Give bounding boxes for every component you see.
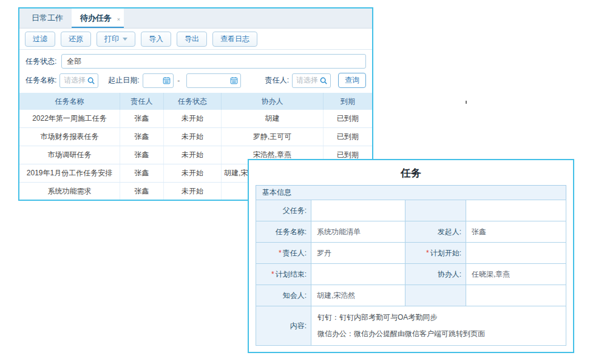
helpers-label: 协办人: (405, 264, 466, 285)
search-icon[interactable] (319, 76, 328, 85)
empty-label-cell (405, 285, 466, 306)
task-detail-form: 父任务: 任务名称: 系统功能清单 发起人: 张鑫 *责任人: 罗丹 *计划开始… (256, 200, 566, 346)
parent-task-label: 父任务: (256, 200, 311, 221)
owner-placeholder: 请选择 (296, 75, 319, 86)
tab-bar: 日常工作 待办任务 × (19, 8, 372, 29)
owner-link[interactable]: 张鑫 (120, 164, 164, 182)
owner-input[interactable]: 请选择 (292, 73, 331, 88)
toolbar: 过滤 还原 打印 导入 导出 查看日志 (19, 29, 372, 50)
status-cell: 未开始 (164, 146, 222, 164)
basic-info-section-header: 基本信息 (256, 185, 566, 200)
owner-link[interactable]: 张鑫 (120, 128, 164, 146)
empty-value-cell (466, 285, 566, 306)
table-row: 2022年第一周施工任务 张鑫 未开始 胡建 已到期 (19, 110, 372, 128)
calendar-icon[interactable] (230, 76, 238, 84)
status-cell: 未开始 (164, 164, 222, 182)
query-button[interactable]: 查询 (338, 73, 366, 88)
task-name-link[interactable]: 2019年1月份工作任务安排 (19, 164, 120, 182)
task-name-label: 任务名称: (256, 221, 311, 243)
print-button[interactable]: 打印 (97, 32, 135, 47)
task-name-link[interactable]: 市场调研任务 (19, 146, 120, 164)
notified-value[interactable]: 胡建,宋浩然 (311, 285, 405, 306)
close-icon[interactable]: × (117, 10, 120, 29)
status-cell: 未开始 (164, 128, 222, 146)
task-name-input[interactable]: 请选择 (59, 73, 98, 88)
task-name-link[interactable]: 系统功能需求 (19, 183, 120, 200)
helpers-value[interactable]: 任晓渠,章燕 (466, 264, 566, 285)
task-name-value[interactable]: 系统功能清单 (311, 221, 405, 243)
form-row-owner: *责任人: 罗丹 *计划开始: (256, 243, 566, 264)
export-button[interactable]: 导出 (177, 32, 207, 47)
owner-label: 责任人: (265, 75, 289, 86)
dialog-title: 任务 (256, 166, 566, 180)
calendar-icon[interactable] (163, 76, 171, 84)
helpers-cell: 胡建 (222, 110, 324, 127)
content-value[interactable]: 钉钉：钉钉内部考勤可与OA考勤同步 微信办公：微信办公提醒由微信客户端可跳转到页… (311, 306, 566, 346)
content-line-1: 钉钉：钉钉内部考勤可与OA考勤同步 (317, 309, 560, 326)
status-cell: 未开始 (164, 110, 222, 127)
task-name-link[interactable]: 市场财务报表任务 (19, 128, 120, 146)
owner-label: *责任人: (256, 243, 311, 264)
tab-daily-work[interactable]: 日常工作 (23, 8, 72, 28)
form-row-notified: 知会人: 胡建,宋浩然 (256, 285, 566, 306)
col-task-name[interactable]: 任务名称 (19, 93, 120, 110)
task-name-label: 任务名称: (25, 75, 56, 86)
plan-end-value[interactable] (311, 264, 405, 285)
chevron-down-icon (123, 38, 127, 41)
filter-bar: 任务状态: 全部 任务名称: 请选择 起止日期: (19, 50, 372, 93)
plan-end-label: *计划结束: (256, 264, 311, 285)
tab-todo-label: 待办任务 (80, 13, 112, 22)
owner-link[interactable]: 张鑫 (120, 146, 164, 164)
col-status[interactable]: 任务状态 (164, 93, 222, 110)
empty-value-cell (466, 200, 566, 221)
col-owner[interactable]: 责任人 (120, 93, 164, 110)
content-line-2: 微信办公：微信办公提醒由微信客户端可跳转到页面 (317, 326, 560, 342)
form-row-content: 内容: 钉钉：钉钉内部考勤可与OA考勤同步 微信办公：微信办公提醒由微信客户端可… (256, 306, 566, 346)
initiator-value: 张鑫 (466, 221, 566, 243)
task-detail-dialog: 任务 基本信息 父任务: 任务名称: 系统功能清单 发起人: 张鑫 *责任人: … (248, 159, 574, 353)
owner-link[interactable]: 张鑫 (120, 183, 164, 200)
search-icon[interactable] (87, 76, 95, 85)
tab-todo-tasks[interactable]: 待办任务 × (72, 8, 124, 28)
required-marker: * (426, 249, 429, 257)
initiator-label: 发起人: (405, 221, 466, 243)
plan-start-label: *计划开始: (405, 243, 466, 264)
empty-label-cell (405, 200, 466, 221)
status-cell: 未开始 (164, 183, 222, 200)
content-label: 内容: (256, 306, 311, 346)
owner-value[interactable]: 罗丹 (311, 243, 405, 264)
form-row-plan-end: *计划结束: 协办人: 任晓渠,章燕 (256, 264, 566, 285)
task-status-label: 任务状态: (25, 56, 56, 67)
notified-label: 知会人: (256, 285, 311, 306)
col-helpers[interactable]: 协办人 (222, 93, 324, 110)
table-header: 任务名称 责任人 任务状态 协办人 到期 (19, 93, 372, 110)
col-due[interactable]: 到期 (324, 93, 372, 110)
task-status-select[interactable]: 全部 (61, 54, 366, 69)
stray-mark (466, 101, 467, 104)
form-row-parent-task: 父任务: (256, 200, 566, 221)
due-cell: 已到期 (324, 110, 372, 127)
task-name-placeholder: 请选择 (64, 75, 87, 86)
helpers-cell: 罗静,王可可 (222, 128, 324, 146)
parent-task-value[interactable] (311, 200, 405, 221)
date-range-label: 起止日期: (108, 75, 139, 86)
date-range-separator: - (177, 76, 180, 85)
required-marker: * (271, 270, 274, 278)
date-from-input[interactable] (143, 73, 174, 88)
desktop-canvas: 日常工作 待办任务 × 过滤 还原 打印 导入 导出 查看日志 任务状态: 全部… (0, 0, 607, 364)
table-row: 市场财务报表任务 张鑫 未开始 罗静,王可可 已到期 (19, 128, 372, 146)
form-row-task-name: 任务名称: 系统功能清单 发起人: 张鑫 (256, 221, 566, 243)
view-log-button[interactable]: 查看日志 (212, 32, 257, 47)
restore-button[interactable]: 还原 (61, 32, 91, 47)
required-marker: * (279, 249, 282, 257)
plan-start-value[interactable] (466, 243, 566, 264)
filter-button[interactable]: 过滤 (25, 32, 55, 47)
date-to-input[interactable] (186, 73, 240, 88)
print-button-label: 打印 (104, 34, 119, 44)
import-button[interactable]: 导入 (141, 32, 171, 47)
task-name-link[interactable]: 2022年第一周施工任务 (19, 110, 120, 127)
due-cell: 已到期 (324, 128, 372, 146)
owner-link[interactable]: 张鑫 (120, 110, 164, 127)
